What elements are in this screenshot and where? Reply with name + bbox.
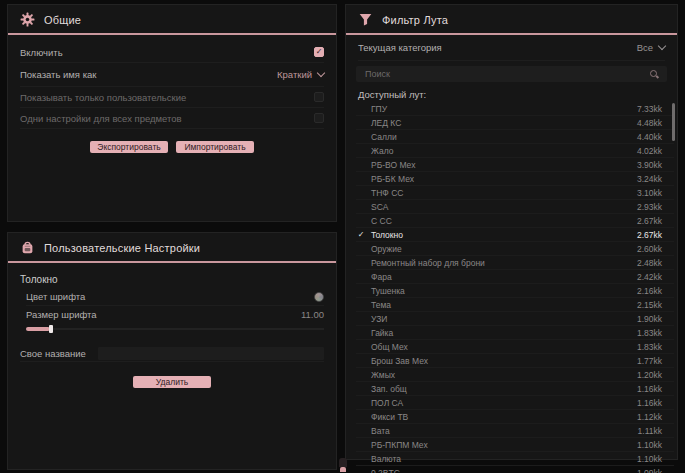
loot-item-value: 1.83kk <box>637 342 662 352</box>
loot-item-value: 1.09kk <box>637 468 662 473</box>
slider-track <box>26 328 324 330</box>
only-custom-checkbox[interactable] <box>314 92 324 102</box>
panel-general-title: Общие <box>44 14 81 26</box>
loot-item-name: Жало <box>371 146 393 156</box>
loot-list-item[interactable]: Вата 1.11kk <box>356 424 674 438</box>
loot-list-item[interactable]: Жмых 1.20kk <box>356 368 674 382</box>
loot-list-item[interactable]: С СС 2.67kk <box>356 214 674 228</box>
loot-item-name: РБ-ВО Мех <box>371 160 415 170</box>
loot-list-item[interactable]: Оружие 2.60kk <box>356 242 674 256</box>
only-custom-label: Показывать только пользовательские <box>20 92 186 103</box>
loot-item-value: 3.24kk <box>637 174 662 184</box>
loot-item-value: 1.83kk <box>637 328 662 338</box>
name-mode-value: Краткий <box>277 69 312 80</box>
loot-item-name: Тушенка <box>371 286 405 296</box>
available-loot-label: Доступный лут: <box>358 89 665 100</box>
selected-check-icon: ✓ <box>356 230 366 239</box>
loot-item-name: Вата <box>371 426 390 436</box>
loot-item-name: Оружие <box>371 244 402 254</box>
scrollbar-thumb[interactable] <box>672 103 675 141</box>
loot-item-name: Ремонтный набор для брони <box>371 258 485 268</box>
panel-custom-settings: Пользовательские Настройки Толокно Цвет … <box>7 232 337 470</box>
loot-list-item[interactable]: 0.2BTC 1.09kk <box>356 466 674 473</box>
bottom-center-icon[interactable] <box>338 458 348 473</box>
category-label: Текущая категория <box>358 42 442 53</box>
loot-item-name: Толокно <box>371 230 403 240</box>
loot-list-item[interactable]: Фикси ТВ 1.12kk <box>356 410 674 424</box>
enable-checkbox[interactable]: ✓ <box>314 47 324 57</box>
loot-item-name: Общ Мех <box>371 342 408 352</box>
loot-item-name: Валюта <box>371 454 401 464</box>
loot-item-value: 2.48kk <box>637 258 662 268</box>
row-category: Текущая категория Все <box>358 35 665 61</box>
loot-list-item[interactable]: Гайка 1.83kk <box>356 326 674 340</box>
loot-list-item[interactable]: Тушенка 2.16kk <box>356 284 674 298</box>
slider-fill <box>26 327 50 331</box>
loot-list-item[interactable]: Ремонтный набор для брони 2.48kk <box>356 256 674 270</box>
chevron-down-icon <box>317 69 325 77</box>
name-mode-dropdown[interactable]: Краткий <box>277 69 324 80</box>
font-size-slider[interactable] <box>26 325 324 333</box>
loot-item-value: 3.90kk <box>637 160 662 170</box>
row-custom-name: Свое название <box>20 345 324 362</box>
loot-item-value: 1.16kk <box>637 384 662 394</box>
loot-list-item[interactable]: Фара 2.42kk <box>356 270 674 284</box>
loot-list-item[interactable]: Брош Зав Мех 1.77kk <box>356 354 674 368</box>
font-size-value: 11.00 <box>301 309 324 320</box>
loot-item-name: РБ-ПКПМ Мех <box>371 440 428 450</box>
export-button[interactable]: Экспортировать <box>90 141 168 153</box>
loot-item-name: РБ-БК Мех <box>371 174 414 184</box>
loot-list-item[interactable]: ТНФ СС 3.10kk <box>356 186 674 200</box>
loot-list-item[interactable]: Салли 4.40kk <box>356 130 674 144</box>
loot-list-item[interactable]: РБ-ВО Мех 3.90kk <box>356 158 674 172</box>
row-only-custom: Показывать только пользовательские <box>20 87 324 108</box>
row-font-color: Цвет шрифта <box>26 288 324 306</box>
import-button[interactable]: Импортировать <box>176 141 254 153</box>
loot-item-value: 2.67kk <box>637 216 662 226</box>
loot-list-item[interactable]: ГПУ 7.33kk <box>356 102 674 116</box>
row-name-mode: Показать имя как Краткий <box>20 63 324 87</box>
row-same-settings: Одни настройки для всех предметов <box>20 108 324 129</box>
custom-name-label: Свое название <box>20 348 86 359</box>
row-font-size: Размер шрифта 11.00 <box>26 306 324 323</box>
loot-list-item[interactable]: Валюта 1.10kk <box>356 452 674 466</box>
category-dropdown[interactable]: Все <box>637 42 665 53</box>
loot-list: ГПУ 7.33kk ЛЕД КС 4.48kk Салли 4.40kk Жа… <box>356 102 674 473</box>
loot-list-item[interactable]: Общ Мех 1.83kk <box>356 340 674 354</box>
same-settings-label: Одни настройки для всех предметов <box>20 113 182 124</box>
loot-item-name: Фикси ТВ <box>371 412 408 422</box>
loot-item-name: Фара <box>371 272 392 282</box>
loot-list-item[interactable]: УЗИ 1.90kk <box>356 312 674 326</box>
loot-list-item[interactable]: РБ-ПКПМ Мех 1.10kk <box>356 438 674 452</box>
search-icon[interactable] <box>649 69 660 80</box>
loot-list-item[interactable]: ПОЛ СА 1.16kk <box>356 396 674 410</box>
loot-item-name: ТНФ СС <box>371 188 403 198</box>
loot-item-name: Брош Зав Мех <box>371 356 428 366</box>
loot-item-value: 1.11kk <box>638 426 662 436</box>
delete-button[interactable]: Удалить <box>133 376 211 388</box>
loot-item-value: 7.33kk <box>637 104 662 114</box>
loot-item-value: 2.42kk <box>637 272 662 282</box>
enable-label: Включить <box>20 47 63 58</box>
loot-list-item[interactable]: Зап. общ 1.16kk <box>356 382 674 396</box>
loot-list-item[interactable]: Тема 2.15kk <box>356 298 674 312</box>
search-input[interactable] <box>363 68 567 80</box>
loot-item-value: 2.67kk <box>637 230 662 240</box>
slider-thumb[interactable] <box>49 325 53 333</box>
color-wheel-icon[interactable] <box>314 292 324 302</box>
loot-item-name: SCA <box>371 202 388 212</box>
same-settings-checkbox[interactable] <box>314 113 324 123</box>
loot-list-item[interactable]: Жало 4.02kk <box>356 144 674 158</box>
loot-list-item[interactable]: ЛЕД КС 4.48kk <box>356 116 674 130</box>
loot-list-item[interactable]: ✓ Толокно 2.67kk <box>356 228 674 242</box>
category-value: Все <box>637 42 653 53</box>
loot-item-value: 3.10kk <box>637 188 662 198</box>
loot-item-value: 1.12kk <box>637 412 662 422</box>
loot-item-name: Гайка <box>371 328 393 338</box>
search-box[interactable] <box>356 66 667 82</box>
loot-item-value: 4.40kk <box>637 132 662 142</box>
loot-list-item[interactable]: SCA 2.93kk <box>356 200 674 214</box>
loot-item-value: 1.10kk <box>637 454 662 464</box>
custom-name-input[interactable] <box>98 347 324 360</box>
loot-list-item[interactable]: РБ-БК Мех 3.24kk <box>356 172 674 186</box>
